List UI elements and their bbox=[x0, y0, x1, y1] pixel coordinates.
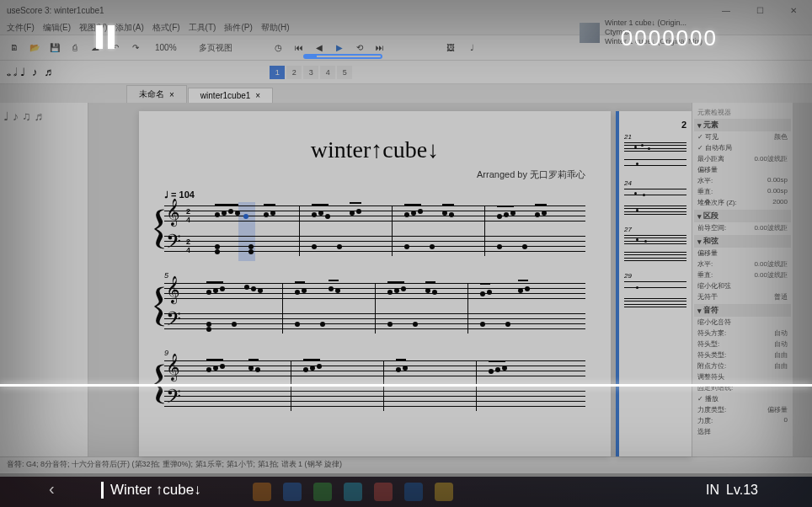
pause-button[interactable] bbox=[96, 25, 115, 49]
pause-bar-icon bbox=[108, 25, 115, 49]
pause-bar-icon bbox=[96, 25, 103, 49]
dim-overlay bbox=[0, 0, 812, 507]
back-icon[interactable]: ‹ bbox=[49, 479, 71, 501]
